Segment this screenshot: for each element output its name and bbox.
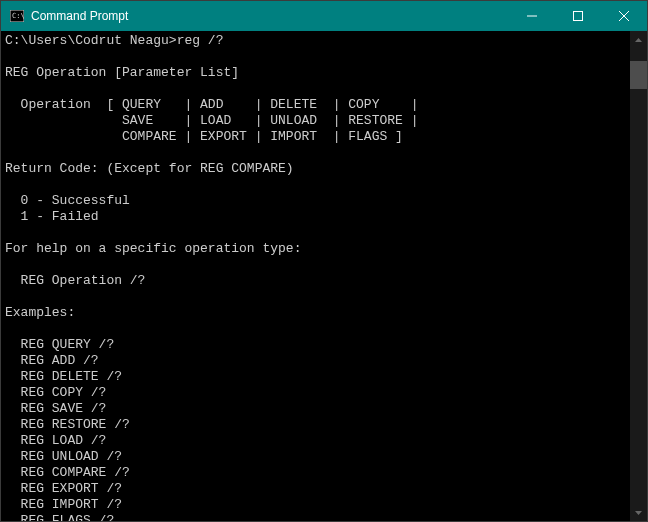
output-line: REG EXPORT /? bbox=[5, 481, 122, 496]
svg-rect-3 bbox=[574, 12, 583, 21]
output-line: REG Operation [Parameter List] bbox=[5, 65, 239, 80]
app-icon: C:\ bbox=[9, 8, 25, 24]
output-line: 0 - Successful bbox=[5, 193, 130, 208]
output-line: Return Code: (Except for REG COMPARE) bbox=[5, 161, 294, 176]
close-button[interactable] bbox=[601, 1, 647, 31]
scroll-thumb[interactable] bbox=[630, 61, 647, 89]
output-line: COMPARE | EXPORT | IMPORT | FLAGS ] bbox=[5, 129, 403, 144]
client-area: C:\Users\Codrut Neagu>reg /? REG Operati… bbox=[1, 31, 647, 521]
titlebar[interactable]: C:\ Command Prompt bbox=[1, 1, 647, 31]
output-line: REG Operation /? bbox=[5, 273, 145, 288]
output-line: REG COMPARE /? bbox=[5, 465, 130, 480]
maximize-button[interactable] bbox=[555, 1, 601, 31]
scroll-up-arrow[interactable] bbox=[630, 31, 647, 48]
output-line: REG ADD /? bbox=[5, 353, 99, 368]
output-line: REG RESTORE /? bbox=[5, 417, 130, 432]
output-line: 1 - Failed bbox=[5, 209, 99, 224]
output-line: REG DELETE /? bbox=[5, 369, 122, 384]
output-line: REG LOAD /? bbox=[5, 433, 106, 448]
minimize-button[interactable] bbox=[509, 1, 555, 31]
svg-text:C:\: C:\ bbox=[12, 12, 24, 20]
prompt-line: C:\Users\Codrut Neagu>reg /? bbox=[5, 33, 223, 48]
command-prompt-window: C:\ Command Prompt C:\Users\Codrut Neagu… bbox=[0, 0, 648, 522]
output-line: Examples: bbox=[5, 305, 75, 320]
terminal-output[interactable]: C:\Users\Codrut Neagu>reg /? REG Operati… bbox=[1, 31, 630, 521]
output-line: REG QUERY /? bbox=[5, 337, 114, 352]
output-line: REG COPY /? bbox=[5, 385, 106, 400]
output-line: REG FLAGS /? bbox=[5, 513, 114, 521]
scroll-down-arrow[interactable] bbox=[630, 504, 647, 521]
output-line: For help on a specific operation type: bbox=[5, 241, 301, 256]
output-line: REG UNLOAD /? bbox=[5, 449, 122, 464]
window-title: Command Prompt bbox=[31, 9, 509, 23]
output-line: Operation [ QUERY | ADD | DELETE | COPY … bbox=[5, 97, 418, 112]
output-line: REG IMPORT /? bbox=[5, 497, 122, 512]
output-line: REG SAVE /? bbox=[5, 401, 106, 416]
window-controls bbox=[509, 1, 647, 31]
output-line: SAVE | LOAD | UNLOAD | RESTORE | bbox=[5, 113, 418, 128]
vertical-scrollbar[interactable] bbox=[630, 31, 647, 521]
